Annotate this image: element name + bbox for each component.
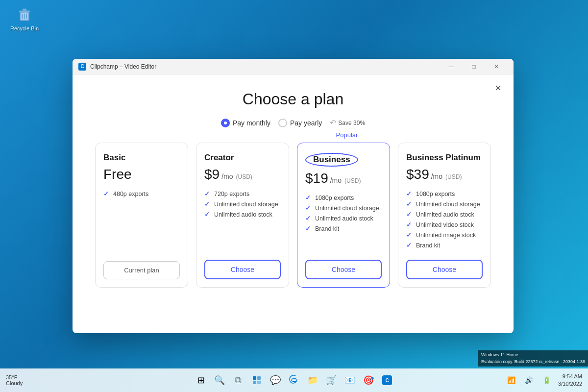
list-item: ✓720p exports (204, 190, 281, 197)
svg-rect-6 (253, 376, 256, 380)
plan-business-name: Business (305, 153, 382, 167)
battery-icon[interactable]: 🔋 (539, 372, 554, 388)
files-button[interactable]: 📁 (305, 372, 320, 388)
dialog-content: ✕ Choose a plan Pay monthly Pay yearly ↶… (73, 74, 514, 333)
chat-button[interactable]: 💬 (268, 372, 283, 388)
plan-creator-features: ✓720p exports ✓Unlimited cloud storage ✓… (204, 190, 281, 252)
pay-yearly-radio[interactable] (278, 119, 287, 127)
plan-business: Business $19 /mo (USD) ✓1080p exports ✓U… (297, 143, 390, 288)
list-item: ✓Unlimited cloud storage (305, 204, 382, 212)
taskbar-clock[interactable]: 9:54 AM 3/10/2022 (558, 373, 582, 388)
titlebar-close-button[interactable]: ✕ (485, 59, 508, 74)
save-badge: ↶ Save 30% (330, 118, 365, 127)
pay-yearly-option[interactable]: Pay yearly (278, 119, 322, 127)
start-button[interactable]: ⊞ (193, 372, 209, 388)
task-view-button[interactable]: ⧉ (230, 372, 246, 388)
plan-basic-amount: Free (103, 167, 132, 182)
plan-business-amount: $19 (305, 171, 328, 186)
svg-rect-9 (257, 381, 261, 384)
taskbar-center: ⊞ 🔍 ⧉ 💬 📁 🛒 📧 (193, 372, 395, 388)
recycle-bin-graphic (16, 6, 33, 24)
svg-rect-2 (23, 9, 26, 11)
list-item: ✓Unlimited audio stock (204, 211, 281, 218)
recycle-bin-icon[interactable]: Recycle Bin (10, 6, 39, 31)
window-controls: — □ ✕ (440, 59, 508, 74)
check-icon: ✓ (305, 194, 312, 201)
maximize-button[interactable]: □ (463, 59, 485, 74)
taskbar-left: 35°F Cloudy (6, 374, 45, 386)
system-tray-icons: 📶 🔊 🔋 (503, 372, 554, 388)
plan-creator: Creator $9 /mo (USD) ✓720p exports ✓Unli… (196, 143, 289, 288)
taskbar: 35°F Cloudy ⊞ 🔍 ⧉ 💬 (0, 368, 588, 392)
choose-creator-button[interactable]: Choose (204, 260, 281, 279)
check-icon: ✓ (204, 190, 211, 197)
desktop: Recycle Bin C Clipchamp – Video Editor —… (0, 0, 588, 392)
minimize-button[interactable]: — (440, 59, 463, 74)
office-button[interactable]: 🎯 (361, 372, 376, 388)
check-icon: ✓ (406, 200, 413, 208)
plan-platinum-currency: (USD) (445, 173, 462, 180)
watermark-line1: Windows 11 Home (481, 352, 585, 359)
list-item: ✓Unlimited image stock (406, 231, 483, 239)
list-item: ✓ 480p exports (103, 190, 180, 197)
plan-creator-period: /mo (221, 172, 233, 180)
list-item: ✓Unlimited audio stock (406, 211, 483, 218)
check-icon: ✓ (204, 211, 211, 218)
pay-monthly-label: Pay monthly (233, 119, 270, 127)
plan-creator-name: Creator (204, 153, 281, 163)
list-item: ✓Unlimited cloud storage (204, 200, 281, 208)
plan-basic-name: Basic (103, 153, 180, 163)
taskbar-right: 📶 🔊 🔋 9:54 AM 3/10/2022 (503, 372, 582, 388)
choose-business-button[interactable]: Choose (305, 260, 382, 279)
pay-monthly-radio[interactable] (221, 119, 230, 127)
check-icon: ✓ (305, 225, 312, 232)
weather-temp: 35°F (6, 374, 23, 380)
app-window: C Clipchamp – Video Editor — □ ✕ ✕ Choos… (73, 59, 514, 333)
dialog-close-button[interactable]: ✕ (490, 80, 506, 96)
list-item: ✓1080p exports (406, 190, 483, 197)
clock-date: 3/10/2022 (558, 380, 582, 388)
check-icon: ✓ (406, 221, 413, 228)
app-icon: C (78, 63, 86, 71)
plan-platinum-period: /mo (431, 172, 442, 180)
plan-creator-amount: $9 (204, 167, 220, 182)
watermark: Windows 11 Home Evaluation copy. Build 2… (478, 350, 588, 367)
list-item: ✓1080p exports (305, 194, 382, 201)
search-button[interactable]: 🔍 (212, 372, 227, 388)
mail-button[interactable]: 📧 (342, 372, 358, 388)
window-titlebar: C Clipchamp – Video Editor — □ ✕ (73, 59, 514, 74)
plan-basic: Basic Free ✓ 480p exports Current plan (95, 143, 188, 288)
choose-platinum-button[interactable]: Choose (406, 260, 483, 279)
watermark-line2: Evaluation copy. Build 22572.ni_release … (481, 359, 585, 366)
plan-basic-features: ✓ 480p exports (103, 190, 180, 253)
plan-business-platinum: Business Platinum $39 /mo (USD) ✓1080p e… (398, 143, 491, 288)
check-icon: ✓ (103, 190, 110, 197)
list-item: ✓Unlimited video stock (406, 221, 483, 228)
check-icon: ✓ (406, 211, 413, 218)
pay-monthly-option[interactable]: Pay monthly (221, 119, 270, 127)
network-icon[interactable]: 📶 (503, 372, 519, 388)
list-item: ✓Brand kit (305, 225, 382, 232)
plan-basic-price: Free (103, 167, 180, 182)
list-item: ✓Unlimited audio stock (305, 215, 382, 222)
popular-label: Popular (336, 131, 358, 139)
list-item: ✓Unlimited cloud storage (406, 200, 483, 208)
check-icon: ✓ (406, 231, 413, 239)
plan-creator-price: $9 /mo (USD) (204, 167, 281, 182)
store-button[interactable]: 🛒 (323, 372, 339, 388)
volume-icon[interactable]: 🔊 (521, 372, 537, 388)
edge-button[interactable] (286, 372, 302, 388)
check-icon: ✓ (305, 215, 312, 222)
widgets-button[interactable] (249, 372, 265, 388)
check-icon: ✓ (305, 204, 312, 212)
svg-rect-7 (257, 376, 261, 380)
plan-platinum-price: $39 /mo (USD) (406, 167, 483, 182)
plan-business-features: ✓1080p exports ✓Unlimited cloud storage … (305, 194, 382, 252)
check-icon: ✓ (204, 200, 211, 208)
weather-widget[interactable]: 35°F Cloudy (6, 374, 23, 386)
plan-platinum-features: ✓1080p exports ✓Unlimited cloud storage … (406, 190, 483, 252)
current-plan-button[interactable]: Current plan (103, 261, 180, 279)
clipchamp-taskbar-button[interactable]: C (379, 372, 395, 388)
plan-business-period: /mo (330, 176, 342, 184)
plan-platinum-amount: $39 (406, 167, 429, 182)
